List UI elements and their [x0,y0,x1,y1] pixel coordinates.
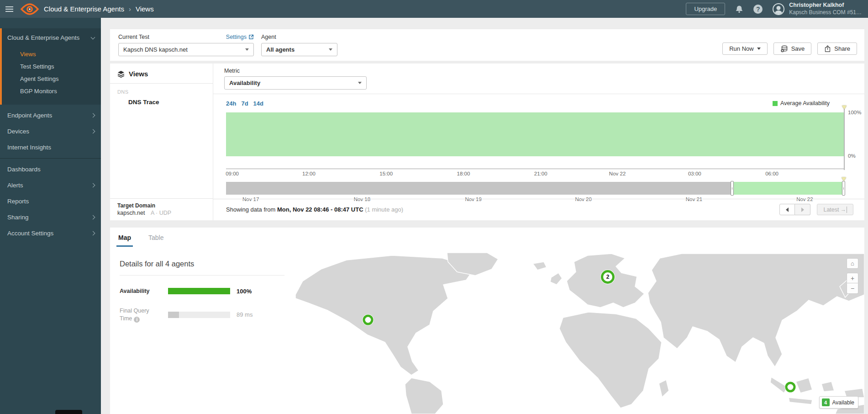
x-tick: 21:00 [534,171,547,176]
sidebar-item-account-settings[interactable]: Account Settings [0,225,101,241]
metric-select[interactable]: Availability [224,76,367,90]
results-panel: Map Table Details for all 4 agents Avail… [110,228,864,414]
help-icon[interactable]: ? [753,5,763,14]
chart-panel: Metric Availability 24h 7d 14d Average A… [213,64,864,220]
agent-field: Agent All agents [261,33,337,56]
sidebar-divider [0,158,101,159]
sidebar-item-reports[interactable]: Reports [0,193,101,209]
round-slider[interactable] [844,108,845,170]
agent-details-panel: Details for all 4 agents Availability 10… [110,248,295,323]
x-tick: 18:00 [457,171,470,176]
breadcrumb-section[interactable]: Cloud & Enterprise Agents [44,5,124,13]
sidebar-item-devices[interactable]: Devices [0,123,101,139]
sidebar-item-test-settings[interactable]: Test Settings [2,60,101,73]
status-prefix: Showing data from [226,206,275,213]
chevron-right-icon [91,215,95,220]
avatar-icon[interactable] [773,3,784,15]
legend-swatch [773,101,778,106]
divider [120,275,284,276]
latest-button[interactable]: Latest→ [817,204,853,215]
round-marker-icon[interactable] [842,106,847,109]
x-tick: Nov 22 [609,171,626,176]
views-panel-title: Views [129,70,148,78]
sidebar-item-alerts[interactable]: Alerts [0,177,101,193]
x-tick: 03:00 [688,171,701,176]
metric-row-final-query-time[interactable]: Final Query Timei 89 ms [120,307,284,323]
sidebar-item-dashboards[interactable]: Dashboards [0,161,101,177]
bell-icon[interactable] [735,5,743,13]
agent-marker-north-america[interactable] [363,315,374,325]
agent-marker-europe[interactable]: 2 [601,270,615,284]
next-round-button[interactable] [795,204,810,215]
info-icon[interactable]: i [134,317,140,323]
layers-icon [117,70,125,78]
sidebar-item-agent-settings[interactable]: Agent Settings [2,73,101,85]
view-chart-panel: Views DNS DNS Trace Target Domain kapsch… [110,64,864,220]
user-info[interactable]: Christopher Kalkhof Kapsch Business COM … [789,2,862,16]
target-domain-meta: A · UDP [151,210,171,216]
results-tabs: Map Table [110,228,864,248]
status-range: Mon, Nov 22 08:46 - 08:47 UTC [277,206,363,213]
agent-marker-southeast-asia[interactable] [785,382,796,393]
breadcrumb-chevron-icon: › [129,5,131,13]
legend-label: Average Availability [780,100,830,106]
target-domain-box: Target Domain kapsch.net A · UDP [110,198,213,220]
y-axis-max: 100% [848,110,861,115]
tab-table[interactable]: Table [147,228,164,248]
save-button[interactable]: Save [773,42,812,55]
previous-round-button[interactable] [779,204,795,215]
agent-label: Agent [261,34,276,40]
world-map-graphic [295,253,864,414]
upgrade-button[interactable]: Upgrade [686,3,725,15]
final-query-time-bar [168,312,230,318]
current-test-field: Current Test Settings Kapsch DNS kapsch.… [118,33,254,56]
breadcrumb-page: Views [136,5,154,13]
next-round-icon [801,207,804,212]
views-panel: Views DNS DNS Trace Target Domain kapsch… [110,64,213,220]
sidebar-item-sharing[interactable]: Sharing [0,209,101,225]
range-24h-link[interactable]: 24h [226,100,236,107]
timeseries-plot[interactable]: 100% 0% [226,110,844,169]
target-domain-label: Target Domain [117,202,205,209]
brush-handle-left[interactable] [731,181,734,196]
menu-icon[interactable] [0,0,18,18]
test-toolbar: Current Test Settings Kapsch DNS kapsch.… [110,29,864,61]
view-item-dns-trace[interactable]: DNS Trace [110,95,213,106]
x-tick: 06:00 [765,171,779,176]
run-now-button[interactable]: Run Now [722,42,767,55]
range-7d-link[interactable]: 7d [241,100,248,107]
timeline-brush[interactable] [226,182,844,195]
sidebar-item-cloud-enterprise-agents[interactable]: Cloud & Enterprise Agents [2,34,101,41]
zoom-in-icon: + [851,275,854,282]
details-title: Details for all 4 agents [120,260,284,268]
chevron-right-icon [91,231,95,236]
round-marker-icon [842,177,846,181]
map-zoom-out-button[interactable]: − [847,283,858,294]
available-agents-badge: 4 Available [819,396,858,409]
sidebar-item-endpoint-agents[interactable]: Endpoint Agents [0,107,101,123]
sidebar-item-bgp-monitors[interactable]: BGP Monitors [2,85,101,97]
current-test-select[interactable]: Kapsch DNS kapsch.net [118,43,254,56]
world-map[interactable]: 2 ⌂ + − 4 Available [295,253,864,414]
tab-map[interactable]: Map [117,228,132,248]
test-settings-link[interactable]: Settings [226,34,254,40]
sidebar-item-internet-insights[interactable]: Internet Insights [0,139,101,155]
status-ago: (1 minute ago) [365,206,403,213]
cutoff-chat-widget[interactable] [55,410,82,414]
final-query-time-value: 89 ms [237,311,284,318]
brush-selection[interactable] [732,182,844,195]
breadcrumb: Cloud & Enterprise Agents › Views [44,5,154,13]
range-14d-link[interactable]: 14d [253,100,263,107]
caret-down-icon [245,48,249,51]
x-tick: 09:00 [226,171,239,176]
share-button[interactable]: Share [817,42,857,55]
available-label: Available [832,399,854,406]
sidebar-item-views[interactable]: Views [2,48,101,60]
agent-select[interactable]: All agents [261,43,337,56]
brush-handle-right[interactable] [842,181,845,196]
metric-row-availability[interactable]: Availability 100% [120,287,284,295]
available-count: 4 [822,398,830,406]
map-zoom-in-button[interactable]: + [847,273,858,283]
map-home-button[interactable]: ⌂ [847,258,858,269]
chart-legend[interactable]: Average Availability [773,100,844,106]
